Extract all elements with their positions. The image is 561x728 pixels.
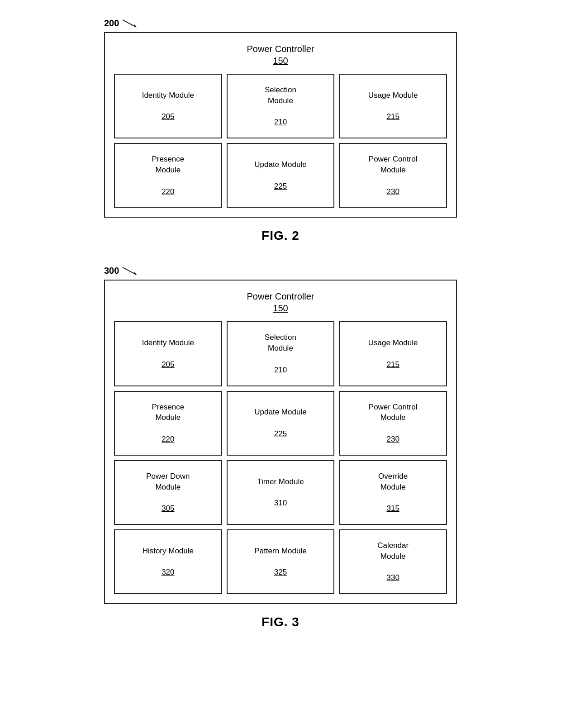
fig3-module-usage-num: 215 [386, 359, 399, 370]
fig3-module-presence-name: PresenceModule [152, 402, 184, 423]
fig3-module-pattern-num: 325 [274, 567, 287, 578]
fig3-module-override-name: OverrideModule [378, 471, 408, 493]
fig3-module-history-name: History Module [143, 546, 194, 557]
fig2-module-update: Update Module 225 [227, 143, 335, 208]
figure-3: 300 Power Controller 150 Identity Module… [9, 266, 552, 634]
fig2-module-presence-num: 220 [162, 186, 174, 197]
fig3-ref: 300 [104, 266, 138, 276]
fig2-module-update-name: Update Module [254, 159, 306, 170]
svg-line-0 [123, 19, 137, 27]
fig2-module-presence-name: PresenceModule [152, 154, 184, 176]
fig3-module-powerdown: Power DownModule 305 [114, 460, 222, 525]
fig3-module-presence-num: 220 [162, 434, 174, 445]
fig2-module-selection-name: SelectionModule [265, 85, 296, 106]
fig3-label-row: 300 [104, 266, 457, 276]
fig3-module-selection-num: 210 [274, 365, 287, 376]
fig3-module-powerdown-num: 305 [162, 503, 174, 514]
fig2-module-grid: Identity Module 205 SelectionModule 210 … [109, 74, 452, 212]
fig2-controller-label: Power Controller [247, 44, 314, 54]
fig3-module-calendar-num: 330 [386, 572, 399, 583]
fig3-module-powercontrol-num: 230 [386, 434, 399, 445]
fig3-controller-label: Power Controller [247, 291, 314, 301]
fig2-module-presence: PresenceModule 220 [114, 143, 222, 208]
fig3-module-pattern: Pattern Module 325 [227, 529, 335, 594]
fig3-module-pattern-name: Pattern Module [254, 546, 306, 557]
fig3-module-grid: Identity Module 205 SelectionModule 210 … [109, 321, 452, 599]
fig2-module-selection-num: 210 [274, 117, 287, 128]
fig3-controller-header: Power Controller 150 [109, 285, 452, 321]
fig2-module-powercontrol-name: Power ControlModule [369, 154, 418, 176]
figure-2: 200 Power Controller 150 Identity Module… [9, 18, 552, 247]
fig2-module-identity: Identity Module 205 [114, 74, 222, 138]
fig3-controller-num: 150 [273, 303, 288, 313]
fig2-label-row: 200 [104, 18, 457, 29]
fig3-outer-box: Power Controller 150 Identity Module 205… [104, 280, 457, 604]
fig2-controller-num: 150 [273, 56, 288, 66]
fig3-module-history: History Module 320 [114, 529, 222, 594]
fig2-module-update-num: 225 [274, 181, 287, 192]
fig2-module-selection: SelectionModule 210 [227, 74, 335, 138]
fig3-module-selection: SelectionModule 210 [227, 321, 335, 386]
fig3-ref-number: 300 [104, 266, 119, 276]
fig3-module-identity: Identity Module 205 [114, 321, 222, 386]
fig3-arrow-icon [122, 266, 138, 276]
fig3-module-powercontrol-name: Power ControlModule [369, 402, 418, 423]
fig2-module-powercontrol-num: 230 [386, 186, 399, 197]
fig3-module-calendar-name: CalendarModule [377, 540, 409, 562]
fig3-module-powerdown-name: Power DownModule [146, 471, 190, 493]
fig3-module-timer: Timer Module 310 [227, 460, 335, 525]
fig3-module-history-num: 320 [162, 567, 174, 578]
fig3-module-identity-num: 205 [162, 359, 174, 370]
fig2-module-powercontrol: Power ControlModule 230 [339, 143, 447, 208]
fig3-module-presence: PresenceModule 220 [114, 391, 222, 456]
fig3-module-calendar: CalendarModule 330 [339, 529, 447, 594]
fig2-module-usage-num: 215 [386, 111, 399, 122]
fig2-module-usage-name: Usage Module [368, 90, 418, 101]
fig2-arrow-icon [122, 19, 138, 28]
fig3-module-selection-name: SelectionModule [265, 332, 296, 354]
fig2-module-usage: Usage Module 215 [339, 74, 447, 138]
fig3-caption: FIG. 3 [261, 615, 300, 629]
fig3-module-timer-num: 310 [274, 498, 287, 509]
fig3-module-usage-name: Usage Module [368, 338, 418, 348]
fig3-module-update-name: Update Module [254, 407, 306, 418]
fig2-ref: 200 [104, 18, 138, 29]
fig3-module-timer-name: Timer Module [257, 476, 304, 487]
fig2-caption: FIG. 2 [261, 228, 300, 243]
fig3-module-update-num: 225 [274, 428, 287, 439]
svg-line-2 [123, 267, 137, 275]
fig2-module-identity-num: 205 [162, 111, 174, 122]
fig2-ref-number: 200 [104, 18, 119, 29]
fig2-module-identity-name: Identity Module [142, 90, 194, 101]
fig3-module-override: OverrideModule 315 [339, 460, 447, 525]
fig2-outer-box: Power Controller 150 Identity Module 205… [104, 32, 457, 218]
fig3-module-identity-name: Identity Module [142, 338, 194, 348]
fig3-module-override-num: 315 [386, 503, 399, 514]
fig2-controller-header: Power Controller 150 [109, 38, 452, 74]
fig3-module-usage: Usage Module 215 [339, 321, 447, 386]
fig3-module-powercontrol: Power ControlModule 230 [339, 391, 447, 456]
fig3-module-update: Update Module 225 [227, 391, 335, 456]
